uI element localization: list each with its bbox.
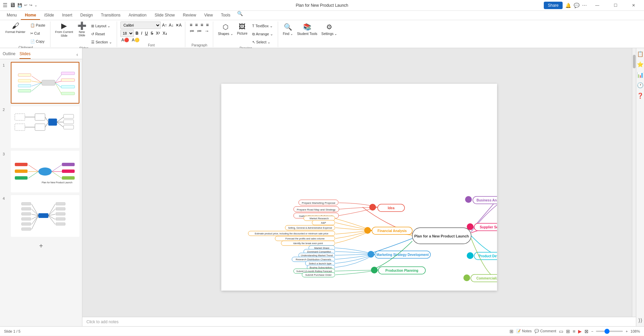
notes-toggle[interactable]: 📝 Notes: [516, 329, 532, 333]
outline-view-icon[interactable]: ≡: [573, 329, 575, 334]
table-icon[interactable]: ⊞: [509, 329, 514, 334]
star-icon[interactable]: ⭐: [637, 61, 644, 68]
svg-rect-37: [15, 163, 28, 166]
quick-access-more[interactable]: ⌄: [34, 3, 37, 7]
tab-slideshow[interactable]: Slide Show: [151, 11, 179, 20]
textbox-button[interactable]: T TextBox ⌄: [250, 22, 275, 30]
reset-button[interactable]: ↺ Reset: [89, 30, 114, 38]
properties-icon[interactable]: 📋: [637, 51, 644, 57]
paste-button[interactable]: 📋 Paste: [28, 22, 47, 29]
find-button[interactable]: 🔍 Find ⌄: [281, 22, 294, 37]
tab-transitions[interactable]: Transitions: [97, 11, 124, 20]
tab-tools[interactable]: Tools: [217, 11, 234, 20]
highlight-color-icon[interactable]: A🟡: [131, 38, 141, 42]
font-underline-icon[interactable]: U: [144, 31, 149, 36]
bullet-list-icon[interactable]: ≔: [189, 28, 195, 34]
presentation-icon[interactable]: ▶: [578, 329, 582, 334]
sidebar-tab-outline[interactable]: Outline: [3, 50, 15, 59]
tab-home[interactable]: Home: [21, 11, 40, 20]
fit-icon[interactable]: ⊠: [584, 329, 589, 334]
align-center-icon[interactable]: ≡: [194, 22, 199, 28]
font-color-icon[interactable]: A🔴: [120, 38, 130, 42]
normal-view-icon[interactable]: ▭: [559, 329, 563, 334]
chart-icon[interactable]: 📊: [637, 72, 644, 78]
canvas-area[interactable]: Plan for a New Product Launch Idea Prepa…: [82, 48, 636, 326]
font-controls: Calibri A↑ A↓ ✕A 18 B I U S̶: [120, 22, 182, 42]
comment-toggle[interactable]: 💬 Comment: [534, 329, 556, 333]
align-justify-icon[interactable]: ≡: [205, 22, 210, 28]
notes-area[interactable]: Click to add notes: [82, 317, 636, 326]
quick-access-redo[interactable]: ↪: [29, 3, 32, 7]
sidebar-close-icon[interactable]: ‹: [75, 52, 79, 57]
more-icon[interactable]: ⋯: [582, 3, 587, 8]
notify-icon[interactable]: 🔔: [565, 3, 571, 8]
picture-button[interactable]: 🖼 Picture: [236, 22, 249, 37]
indent-icon[interactable]: →: [203, 28, 210, 34]
arrange-button[interactable]: ⧉ Arrange ⌄: [250, 30, 275, 38]
expand-icon[interactable]: ⟩⟩: [638, 317, 642, 324]
zoom-in-icon[interactable]: +: [626, 329, 628, 333]
cut-button[interactable]: ✂ Cut: [28, 30, 47, 37]
close-button[interactable]: ✕: [626, 0, 641, 11]
minimize-button[interactable]: —: [590, 0, 605, 11]
slide-item-4[interactable]: 4: [3, 195, 79, 237]
add-slide-button[interactable]: +: [3, 239, 79, 253]
zoom-slider[interactable]: [596, 331, 623, 332]
tab-insert[interactable]: Insert: [58, 11, 76, 20]
slide-sorter-icon[interactable]: ⊞: [566, 329, 570, 334]
font-grow-icon[interactable]: A↑: [161, 23, 167, 28]
vertical-scrollbar[interactable]: [632, 48, 636, 317]
shapes-button[interactable]: ⬡ Shapes ⌄: [217, 22, 234, 37]
zoom-out-icon[interactable]: −: [591, 329, 593, 333]
select-button[interactable]: ↖ Select ⌄: [250, 38, 275, 46]
format-painter-button[interactable]: 🖌 Format Painter: [4, 22, 27, 42]
quick-access-save[interactable]: 💾: [17, 3, 22, 7]
tab-view[interactable]: View: [200, 11, 217, 20]
scroll-thumb[interactable]: [633, 55, 636, 68]
new-slide-button[interactable]: ➕ NewSlide: [76, 22, 88, 42]
align-right-icon[interactable]: ≡: [199, 22, 204, 28]
font-sub-icon[interactable]: X₂: [162, 31, 168, 36]
clear-format-icon[interactable]: ✕A: [175, 23, 182, 28]
font-bold-icon[interactable]: B: [135, 31, 140, 36]
font-strike-icon[interactable]: S̶: [150, 31, 154, 36]
from-current-slide-button[interactable]: ▶ From CurrentSlide: [54, 22, 75, 42]
tab-design[interactable]: Design: [76, 11, 97, 20]
tab-review[interactable]: Review: [179, 11, 200, 20]
slide-item-1[interactable]: 1: [3, 62, 79, 104]
slide-canvas[interactable]: Plan for a New Product Launch Idea Prepa…: [221, 84, 497, 291]
slide-thumb-1[interactable]: [11, 62, 79, 104]
font-family-select[interactable]: Calibri: [120, 22, 161, 29]
status-bar-right: ⊞ 📝 Notes 💬 Comment ▭ ⊞ ≡ ▶ ⊠ − + 108%: [509, 329, 640, 334]
settings-button[interactable]: ⚙ Settings ⌄: [320, 22, 339, 37]
slide-thumb-3[interactable]: Plan for New Product Launch: [11, 151, 79, 192]
layout-button[interactable]: ⊞ Layout ⌄: [89, 22, 114, 30]
tab-animation[interactable]: Animation: [124, 11, 150, 20]
comment-icon[interactable]: 💬: [574, 3, 579, 8]
numbered-list-icon[interactable]: ≔: [196, 28, 203, 34]
slides-items: ▶ From CurrentSlide ➕ NewSlide ⊞ Layout …: [54, 22, 114, 46]
font-shrink-icon[interactable]: A↓: [168, 23, 174, 28]
tab-islide[interactable]: iSlide: [40, 11, 58, 20]
font-italic-icon[interactable]: I: [140, 31, 143, 36]
slide-thumb-4[interactable]: [11, 195, 79, 237]
tab-menu[interactable]: Menu: [3, 11, 21, 20]
font-size-select[interactable]: 18: [120, 30, 134, 37]
sidebar-tab-slides[interactable]: Slides: [20, 50, 31, 59]
font-super-icon[interactable]: X²: [155, 31, 161, 36]
quick-access-undo[interactable]: ↩: [24, 3, 27, 7]
menu-icon[interactable]: ☰: [3, 2, 7, 8]
svg-text:Selling, General & Administrat: Selling, General & Administrative Expens…: [288, 227, 332, 229]
align-left-icon[interactable]: ≡: [189, 22, 193, 28]
section-button[interactable]: ☰ Section ⌄: [89, 38, 114, 46]
student-tools-button[interactable]: 📚 Student Tools: [296, 22, 318, 37]
search-icon[interactable]: 🔍: [237, 11, 243, 20]
slide-thumb-2[interactable]: [11, 106, 79, 148]
slide-item-3[interactable]: 3: [3, 151, 79, 192]
clock-icon[interactable]: 🕐: [637, 82, 644, 88]
share-button[interactable]: Share: [544, 2, 563, 9]
copy-button[interactable]: 📄 Copy: [28, 38, 47, 45]
slide-item-2[interactable]: 2: [3, 106, 79, 148]
help-icon[interactable]: ❓: [637, 92, 644, 99]
maximize-button[interactable]: ☐: [608, 0, 623, 11]
